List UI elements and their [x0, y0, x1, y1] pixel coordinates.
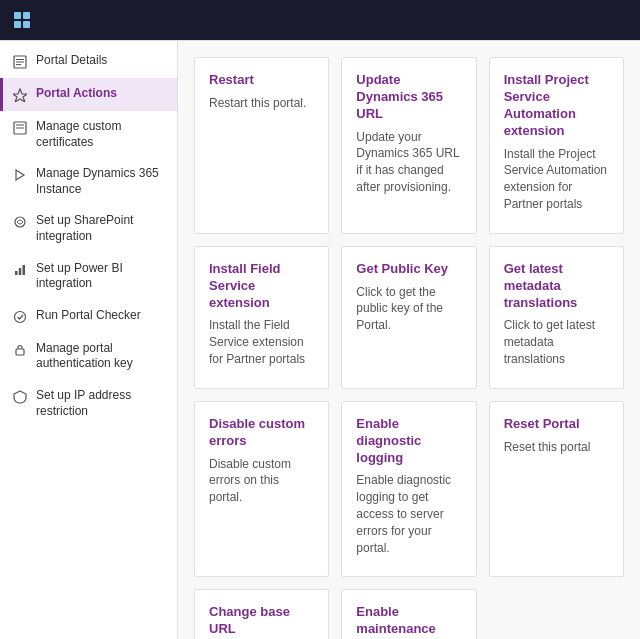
- sidebar-item-dynamics-instance[interactable]: Manage Dynamics 365 Instance: [0, 158, 177, 205]
- card-title-disable-custom-errors: Disable custom errors: [209, 416, 314, 450]
- card-get-public-key[interactable]: Get Public KeyClick to get the public ke…: [341, 246, 476, 389]
- sidebar-item-portal-checker[interactable]: Run Portal Checker: [0, 300, 177, 333]
- card-desc-get-latest-metadata: Click to get latest metadata translation…: [504, 317, 609, 367]
- card-enable-diagnostic-logging[interactable]: Enable diagnostic loggingEnable diagnost…: [341, 401, 476, 578]
- sidebar-item-portal-actions[interactable]: Portal Actions: [0, 78, 177, 111]
- card-desc-get-public-key: Click to get the public key of the Porta…: [356, 284, 461, 334]
- sidebar-item-custom-certs[interactable]: Manage custom certificates: [0, 111, 177, 158]
- sidebar-label-ip-restriction: Set up IP address restriction: [36, 388, 167, 419]
- portal-actions-icon: [12, 87, 28, 103]
- portal-auth-icon: [12, 342, 28, 358]
- sidebar-item-sharepoint[interactable]: Set up SharePoint integration: [0, 205, 177, 252]
- sidebar-label-portal-actions: Portal Actions: [36, 86, 167, 102]
- sidebar-label-portal-auth: Manage portal authentication key: [36, 341, 167, 372]
- portal-checker-icon: [12, 309, 28, 325]
- power-apps-logo-icon: [12, 10, 32, 30]
- svg-rect-18: [16, 349, 24, 355]
- svg-marker-12: [16, 170, 24, 180]
- sidebar-label-portal-details: Portal Details: [36, 53, 167, 69]
- svg-rect-2: [14, 21, 21, 28]
- cards-grid: RestartRestart this portal.Update Dynami…: [194, 57, 624, 639]
- svg-rect-0: [14, 12, 21, 19]
- card-change-base-url[interactable]: Change base URLChange base URL of this p…: [194, 589, 329, 639]
- card-desc-disable-custom-errors: Disable custom errors on this portal.: [209, 456, 314, 506]
- card-update-dynamics-url[interactable]: Update Dynamics 365 URLUpdate your Dynam…: [341, 57, 476, 234]
- card-install-project-service[interactable]: Install Project Service Automation exten…: [489, 57, 624, 234]
- card-title-reset-portal: Reset Portal: [504, 416, 609, 433]
- card-get-latest-metadata[interactable]: Get latest metadata translationsClick to…: [489, 246, 624, 389]
- card-title-install-field-service: Install Field Service extension: [209, 261, 314, 312]
- card-desc-install-project-service: Install the Project Service Automation e…: [504, 146, 609, 213]
- svg-rect-1: [23, 12, 30, 19]
- sidebar-label-sharepoint: Set up SharePoint integration: [36, 213, 167, 244]
- sidebar: Portal DetailsPortal ActionsManage custo…: [0, 41, 178, 639]
- card-desc-restart: Restart this portal.: [209, 95, 314, 112]
- card-desc-reset-portal: Reset this portal: [504, 439, 609, 456]
- svg-rect-15: [19, 268, 22, 275]
- svg-rect-14: [15, 271, 18, 275]
- card-title-change-base-url: Change base URL: [209, 604, 314, 638]
- topbar: [0, 0, 640, 40]
- content-area: RestartRestart this portal.Update Dynami…: [178, 41, 640, 639]
- sidebar-item-portal-auth[interactable]: Manage portal authentication key: [0, 333, 177, 380]
- card-restart[interactable]: RestartRestart this portal.: [194, 57, 329, 234]
- sidebar-label-custom-certs: Manage custom certificates: [36, 119, 167, 150]
- sidebar-label-powerbi: Set up Power BI integration: [36, 261, 167, 292]
- powerbi-icon: [12, 262, 28, 278]
- portal-details-icon: [12, 54, 28, 70]
- card-title-get-latest-metadata: Get latest metadata translations: [504, 261, 609, 312]
- main-layout: Portal DetailsPortal ActionsManage custo…: [0, 40, 640, 639]
- sidebar-item-ip-restriction[interactable]: Set up IP address restriction: [0, 380, 177, 427]
- card-title-restart: Restart: [209, 72, 314, 89]
- card-desc-update-dynamics-url: Update your Dynamics 365 URL if it has c…: [356, 129, 461, 196]
- dynamics-instance-icon: [12, 167, 28, 183]
- custom-certs-icon: [12, 120, 28, 136]
- card-enable-maintenance-mode[interactable]: Enable maintenance modeUse this action t…: [341, 589, 476, 639]
- card-install-field-service[interactable]: Install Field Service extensionInstall t…: [194, 246, 329, 389]
- svg-rect-16: [23, 265, 26, 275]
- card-title-enable-diagnostic-logging: Enable diagnostic logging: [356, 416, 461, 467]
- sharepoint-icon: [12, 214, 28, 230]
- card-title-install-project-service: Install Project Service Automation exten…: [504, 72, 609, 140]
- card-title-get-public-key: Get Public Key: [356, 261, 461, 278]
- sidebar-item-portal-details[interactable]: Portal Details: [0, 45, 177, 78]
- sidebar-label-dynamics-instance: Manage Dynamics 365 Instance: [36, 166, 167, 197]
- svg-marker-8: [13, 89, 27, 102]
- svg-point-17: [15, 311, 26, 322]
- sidebar-item-powerbi[interactable]: Set up Power BI integration: [0, 253, 177, 300]
- ip-restriction-icon: [12, 389, 28, 405]
- card-title-enable-maintenance-mode: Enable maintenance mode: [356, 604, 461, 639]
- sidebar-label-portal-checker: Run Portal Checker: [36, 308, 167, 324]
- card-desc-enable-diagnostic-logging: Enable diagnostic logging to get access …: [356, 472, 461, 556]
- card-reset-portal[interactable]: Reset PortalReset this portal: [489, 401, 624, 578]
- card-disable-custom-errors[interactable]: Disable custom errorsDisable custom erro…: [194, 401, 329, 578]
- card-desc-install-field-service: Install the Field Service extension for …: [209, 317, 314, 367]
- svg-rect-3: [23, 21, 30, 28]
- card-title-update-dynamics-url: Update Dynamics 365 URL: [356, 72, 461, 123]
